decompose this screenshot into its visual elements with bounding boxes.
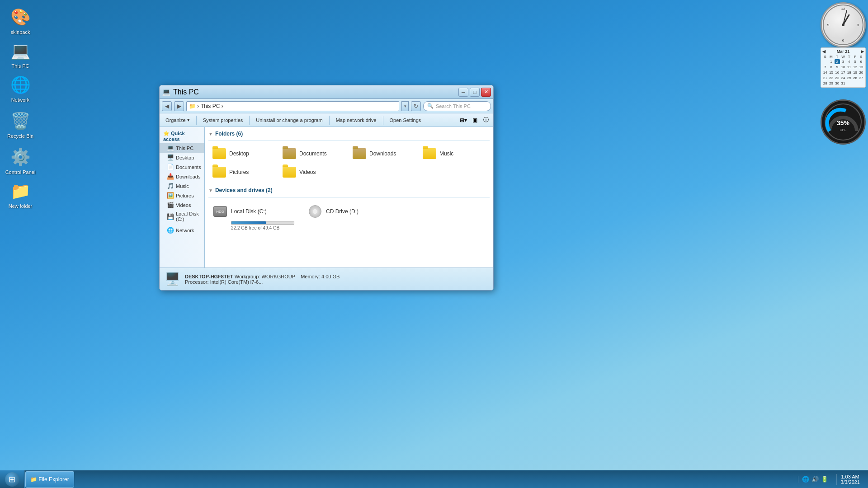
address-location: This PC <box>201 103 220 109</box>
folders-section-label: Folders (6) <box>215 131 243 137</box>
nav-item-this-pc[interactable]: 💻 This PC <box>160 143 204 153</box>
status-info: DESKTOP-HGF8TET Workgroup: WORKGROUP Mem… <box>185 274 340 285</box>
organize-dropdown-icon: ▾ <box>187 117 190 123</box>
desktop-icon-new-folder[interactable]: 📁 New folder <box>2 178 38 211</box>
desktop-icon-network[interactable]: 🌐 Network <box>2 72 38 104</box>
folders-section-header[interactable]: ▼ Folders (6) <box>208 131 490 137</box>
taskbar-clock: 1:03 AM <box>841 474 859 479</box>
clock-face-svg: 12 3 6 9 <box>822 4 864 46</box>
this-pc-nav-icon: 💻 <box>167 145 174 151</box>
folder-item-documents[interactable]: Documents <box>278 145 346 162</box>
organize-button[interactable]: Organize ▾ <box>162 115 193 126</box>
titlebar: 💻 This PC ─ □ ✕ <box>160 85 493 99</box>
videos-folder-icon <box>282 166 297 178</box>
desktop-icon-recycle-bin[interactable]: 🗑️ Recycle Bin <box>2 108 38 141</box>
minimize-button[interactable]: ─ <box>458 88 468 97</box>
cd-icon <box>308 204 322 219</box>
nav-item-music[interactable]: 🎵 Music <box>160 181 204 191</box>
taskbar: ⊞ 📁 File Explorer 🌐 🔊 🔋 1:03 AM 3/3/2021 <box>0 470 868 488</box>
desktop-icon-this-pc[interactable]: 💻 This PC <box>2 38 38 70</box>
cal-month: Mar 21 <box>837 49 850 54</box>
drives-grid: HDD Local Disk (C:) 22.2 GB free of 49.4… <box>208 202 490 233</box>
quick-access-label[interactable]: ⭐ Quick access <box>160 129 204 143</box>
svg-point-7 <box>842 23 844 26</box>
nav-item-pictures[interactable]: 🖼️ Pictures <box>160 191 204 200</box>
toolbar-separator-2 <box>249 116 250 125</box>
desktop-icon-skinpack[interactable]: 🎨 skinpack <box>2 5 38 37</box>
nav-item-videos[interactable]: 🎬 Videos <box>160 200 204 210</box>
documents-folder-icon <box>282 147 297 160</box>
status-memory-label: Memory: <box>301 274 320 279</box>
nav-item-desktop[interactable]: 🖥️ Desktop <box>160 153 204 162</box>
folder-item-desktop[interactable]: Desktop <box>208 145 276 162</box>
recycle-bin-label: Recycle Bin <box>4 133 37 139</box>
uninstall-button[interactable]: Uninstall or change a program <box>252 115 326 126</box>
folders-grid: Desktop Documents Downloads <box>208 145 490 180</box>
clock-area[interactable]: 1:03 AM 3/3/2021 <box>836 474 863 485</box>
preview-pane-button[interactable]: ▣ <box>470 115 480 125</box>
status-processor: Intel(R) Core(TM) i7-6... <box>210 279 263 285</box>
network-tray-icon[interactable]: 🌐 <box>802 476 809 483</box>
details-pane-button[interactable]: ⓘ <box>481 115 491 125</box>
volume-tray-icon[interactable]: 🔊 <box>811 476 819 483</box>
desktop-icon-control-panel[interactable]: ⚙️ Control Panel <box>2 145 38 177</box>
drives-section-header[interactable]: ▼ Devices and drives (2) <box>208 187 490 193</box>
cal-prev[interactable]: ◀ <box>822 49 826 54</box>
close-button[interactable]: ✕ <box>481 88 491 97</box>
calendar-widget: ◀ Mar 21 ▶ S M T W T F S 1 2 3 4 5 6 7 8… <box>821 47 866 88</box>
folder-label-music: Music <box>439 150 453 157</box>
folder-item-downloads[interactable]: Downloads <box>349 145 416 162</box>
new-folder-label: New folder <box>4 203 37 209</box>
forward-button[interactable]: ▶ <box>174 101 184 111</box>
toolbar-separator-3 <box>329 116 330 125</box>
new-folder-icon: 📁 <box>9 180 31 202</box>
refresh-button[interactable]: ↻ <box>411 101 421 111</box>
start-button[interactable]: ⊞ <box>0 470 24 488</box>
drive-item-c[interactable]: HDD Local Disk (C:) 22.2 GB free of 49.4… <box>208 202 299 233</box>
nav-item-network[interactable]: 🌐 Network <box>160 225 204 235</box>
folder-item-pictures[interactable]: Pictures <box>208 164 276 180</box>
svg-text:3: 3 <box>857 23 859 27</box>
folder-label-desktop: Desktop <box>229 150 249 157</box>
drive-item-d[interactable]: CD Drive (D:) <box>303 202 394 233</box>
nav-item-downloads[interactable]: 📥 Downloads <box>160 172 204 181</box>
gauge-svg: 35% CPU <box>823 102 863 142</box>
nav-item-documents[interactable]: 📄 Documents <box>160 162 204 172</box>
network-label: Network <box>4 97 37 103</box>
battery-tray-icon[interactable]: 🔋 <box>821 476 828 483</box>
this-pc-label: This PC <box>4 63 37 69</box>
view-options-button[interactable]: ⊞▾ <box>458 115 468 125</box>
toolbar-separator-4 <box>383 116 383 125</box>
skinpack-icon: 🎨 <box>9 6 31 28</box>
svg-text:CPU: CPU <box>840 128 847 131</box>
open-settings-button[interactable]: Open Settings <box>386 115 425 126</box>
maximize-button[interactable]: □ <box>470 88 480 97</box>
folder-label-pictures: Pictures <box>229 169 249 175</box>
svg-text:9: 9 <box>827 23 830 27</box>
back-button[interactable]: ◀ <box>162 101 172 111</box>
cal-next[interactable]: ▶ <box>861 49 864 54</box>
address-text: › <box>197 103 200 109</box>
nav-item-local-disk[interactable]: 💾 Local Disk (C:) <box>160 210 204 223</box>
gauge-widget: 35% CPU <box>821 99 866 145</box>
search-box[interactable]: 🔍 Search This PC <box>423 101 491 111</box>
drive-d-label: CD Drive (D:) <box>326 208 359 215</box>
folder-item-videos[interactable]: Videos <box>278 164 346 180</box>
network-icon: 🌐 <box>9 74 31 96</box>
titlebar-icon: 💻 <box>162 88 171 96</box>
address-dropdown[interactable]: ▾ <box>401 101 409 111</box>
address-path[interactable]: 📁 › This PC › <box>186 101 399 111</box>
nav-pane: ⭐ Quick access 💻 This PC 🖥️ Desktop 📄 Do… <box>160 127 205 267</box>
system-properties-button[interactable]: System properties <box>199 115 247 126</box>
drives-section-label: Devices and drives (2) <box>215 187 273 193</box>
address-bar: ◀ ▶ 📁 › This PC › ▾ ↻ 🔍 Search This PC <box>160 99 493 113</box>
systray: 🌐 🔊 🔋 <box>798 476 832 483</box>
search-icon: 🔍 <box>427 103 434 109</box>
folder-item-music[interactable]: Music <box>419 145 486 162</box>
toolbar-right: ⊞▾ ▣ ⓘ <box>458 115 491 125</box>
taskbar-task-explorer[interactable]: 📁 File Explorer <box>25 471 74 488</box>
map-network-button[interactable]: Map network drive <box>332 115 380 126</box>
titlebar-title: This PC <box>173 88 199 96</box>
address-icon: 📁 <box>189 103 196 109</box>
address-arrow: › <box>222 103 223 109</box>
